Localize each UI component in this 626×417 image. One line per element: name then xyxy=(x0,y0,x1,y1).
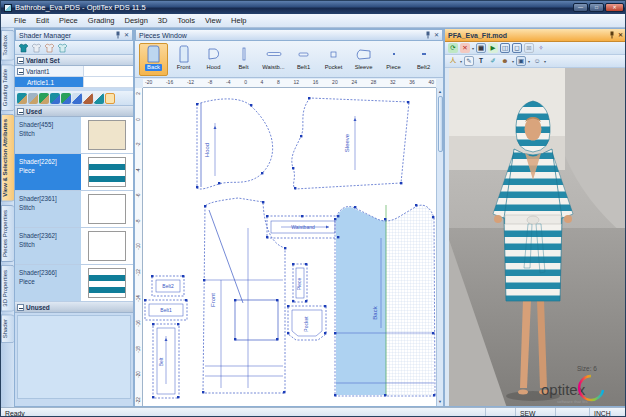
menu-3d[interactable]: 3D xyxy=(153,16,173,25)
model-panel-header[interactable]: PFA_Eva_Fit.mod ✕ xyxy=(445,29,626,42)
skeleton-pose-icon[interactable]: 人 xyxy=(448,56,458,66)
shader-row[interactable]: Shader[2362]Stitch xyxy=(15,228,133,265)
tab-pieces-properties[interactable]: Pieces Properties xyxy=(1,205,14,262)
variant-shirt-icon[interactable] xyxy=(31,43,42,53)
bounding-box-icon[interactable]: ◻ xyxy=(512,43,522,53)
pieces-window-header[interactable]: Pieces Window ✕ xyxy=(135,29,443,41)
piece-thumb-piece[interactable]: Piece xyxy=(379,43,408,76)
edit-page-icon[interactable]: ✎ xyxy=(464,56,474,66)
collapse-icon[interactable] xyxy=(17,57,24,64)
shade-piece-icon[interactable] xyxy=(50,93,60,104)
collapse-icon[interactable] xyxy=(17,304,24,311)
unused-section-header[interactable]: Unused xyxy=(15,302,133,313)
copy-shader-icon[interactable] xyxy=(94,93,104,104)
shader-row[interactable]: Shader[455]Stitch xyxy=(15,117,133,154)
monitor-icon[interactable]: ▦ xyxy=(476,43,486,53)
menu-tools[interactable]: Tools xyxy=(172,16,200,25)
collapse-icon[interactable] xyxy=(17,108,24,115)
menu-help[interactable]: Help xyxy=(226,16,251,25)
used-section-header[interactable]: Used xyxy=(15,106,133,117)
pattern-piece-sleeve[interactable] xyxy=(292,98,409,189)
minimize-button[interactable]: — xyxy=(573,3,588,12)
tab-3d-properties[interactable]: 3D Properties xyxy=(1,265,14,312)
menu-grading[interactable]: Grading xyxy=(83,16,120,25)
text-tool-icon[interactable]: T xyxy=(476,56,486,66)
variant-row[interactable]: Variant1 xyxy=(15,66,133,77)
tab-shader[interactable]: Shader xyxy=(1,314,14,343)
measure-icon[interactable]: ✧ xyxy=(536,43,546,53)
menu-view[interactable]: View xyxy=(200,16,226,25)
shader-swatch[interactable] xyxy=(88,157,126,187)
piece-thumb-waistband[interactable]: Waistb... xyxy=(259,43,288,76)
close-panel-icon[interactable]: ✕ xyxy=(618,32,623,38)
viewport-scrollbar[interactable] xyxy=(445,68,449,406)
piece-thumb-belt[interactable]: Belt xyxy=(229,43,258,76)
piece-thumb-belt1[interactable]: Belt1 xyxy=(289,43,318,76)
shader-swatch[interactable] xyxy=(88,268,126,298)
edit-shader-icon[interactable] xyxy=(83,93,93,104)
reset-simulation-icon[interactable]: ✕ xyxy=(460,43,470,53)
piece-thumb-hood[interactable]: Hood xyxy=(199,43,228,76)
close-panel-icon[interactable]: ✕ xyxy=(434,32,439,38)
variant-set-header[interactable]: Variant Set xyxy=(15,55,133,66)
tab-toolbox[interactable]: Toolbox xyxy=(1,30,14,61)
dropdown-icon[interactable]: ▾ xyxy=(472,46,474,51)
pin-icon[interactable] xyxy=(609,31,615,39)
3d-viewport[interactable]: Size: 6 optitex software that fits xyxy=(445,68,626,406)
shader-row[interactable]: Shader[2361]Stitch xyxy=(15,191,133,228)
simulate-icon[interactable]: ⟳ xyxy=(448,43,458,53)
shader-page-icon[interactable] xyxy=(105,93,115,104)
variant-shirt-icon[interactable] xyxy=(57,43,68,53)
dropdown-icon[interactable]: ▾ xyxy=(544,59,546,64)
variant-value-cell[interactable] xyxy=(83,66,133,76)
dropdown-icon[interactable]: ▾ xyxy=(512,59,514,64)
shader-swatch[interactable] xyxy=(88,231,126,261)
model-box-icon[interactable]: ▣ xyxy=(516,56,526,66)
tab-grading-table[interactable]: Grading Table xyxy=(1,64,14,111)
pin-icon[interactable] xyxy=(425,31,431,39)
piece-thumb-belt2[interactable]: Belt2 xyxy=(409,43,438,76)
status-units[interactable]: INCH xyxy=(589,408,626,417)
scroll-down-icon[interactable]: ▼ xyxy=(438,398,442,406)
shader-manager-header[interactable]: Shader Manager ✕ xyxy=(15,29,133,41)
pin-icon[interactable] xyxy=(115,31,121,39)
title-bar[interactable]: Bathrobe_Eva.PDS - OptiTex PDS 11.5 — □ … xyxy=(1,1,626,14)
piece-thumb-front[interactable]: Front xyxy=(169,43,198,76)
article-value-cell[interactable] xyxy=(83,77,133,87)
paintbrush-icon[interactable]: ✐ xyxy=(488,56,498,66)
place-pieces-icon[interactable]: ◫ xyxy=(500,43,510,53)
menu-piece[interactable]: Piece xyxy=(54,16,83,25)
close-button[interactable]: ✕ xyxy=(605,3,624,12)
menu-edit[interactable]: Edit xyxy=(31,16,54,25)
scrollbar-thumb[interactable] xyxy=(438,96,443,152)
shader-swatch[interactable] xyxy=(88,194,126,224)
piece-thumb-pocket[interactable]: Pocket xyxy=(319,43,348,76)
fill-shader-icon[interactable] xyxy=(39,93,49,104)
variant-shirt-icon[interactable] xyxy=(18,43,29,53)
pattern-canvas[interactable]: Hood Sleeve Front Waistband Piece Pocket… xyxy=(143,88,436,406)
shader-row[interactable]: Shader[2366]Piece xyxy=(15,265,133,302)
scroll-up-icon[interactable]: ▲ xyxy=(438,88,442,96)
collapse-icon[interactable] xyxy=(17,68,24,75)
piece-thumb-sleeve[interactable]: Sleeve xyxy=(349,43,378,76)
tab-view-selection-attributes[interactable]: View & Selection Attributes xyxy=(1,114,14,202)
variant-shirt-icon[interactable] xyxy=(44,43,55,53)
pick-shader-icon[interactable] xyxy=(72,93,82,104)
avatar-icon[interactable]: ☻ xyxy=(500,56,510,66)
clear-shader-icon[interactable] xyxy=(28,93,38,104)
avatar-props-icon[interactable]: ☺ xyxy=(532,56,542,66)
shader-swatch[interactable] xyxy=(88,120,126,150)
pattern-piece-belt[interactable] xyxy=(153,324,179,398)
status-sew-mode[interactable]: SEW xyxy=(515,408,555,417)
menu-file[interactable]: File xyxy=(9,16,31,25)
menu-design[interactable]: Design xyxy=(119,16,152,25)
apply-shader-icon[interactable] xyxy=(17,93,27,104)
dropdown-icon[interactable]: ▾ xyxy=(460,59,462,64)
shade-stitch-icon[interactable] xyxy=(61,93,71,104)
canvas-vertical-scrollbar[interactable]: ▲ ▼ xyxy=(436,88,443,406)
close-panel-icon[interactable]: ✕ xyxy=(124,32,129,38)
maximize-button[interactable]: □ xyxy=(589,3,604,12)
pattern-piece-back[interactable] xyxy=(335,205,435,396)
shader-row[interactable]: Shader[2262]Piece xyxy=(15,154,133,191)
dropdown-icon[interactable]: ▾ xyxy=(528,59,530,64)
